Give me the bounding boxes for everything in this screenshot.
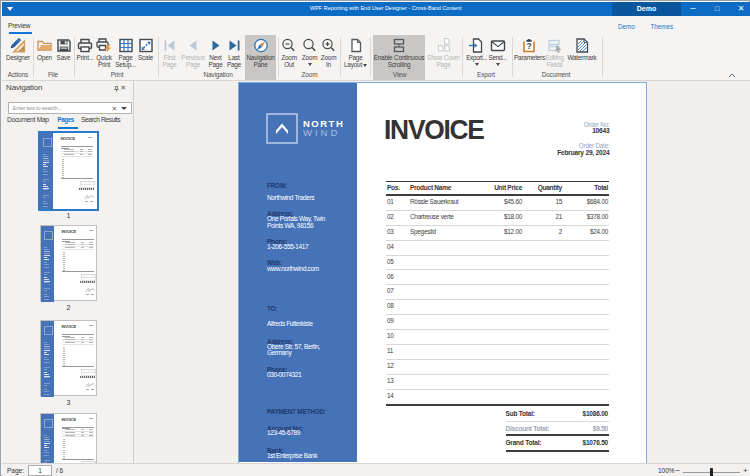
svg-text:?: ?: [526, 41, 531, 51]
